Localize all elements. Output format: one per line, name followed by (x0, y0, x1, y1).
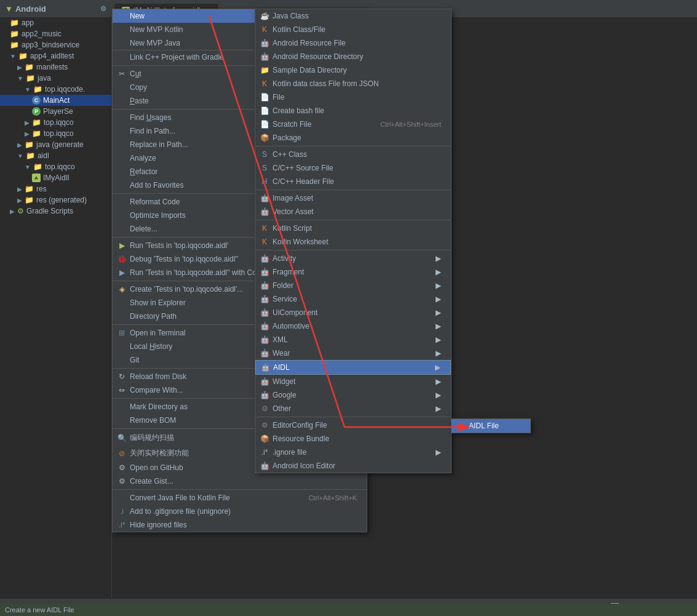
menu-item-activity[interactable]: 🤖 Activity ▶ (255, 252, 451, 265)
menu-item-resource-bundle[interactable]: 📦 Resource Bundle (255, 432, 451, 446)
menu-item-kotlin-data-class[interactable]: K Kotlin data class File from JSON (255, 77, 451, 90)
menu-item-google[interactable]: 🤖 Google ▶ (255, 388, 451, 402)
sidebar-item-res[interactable]: ▶ 📁 res (0, 183, 111, 194)
menu-item-bash-file[interactable]: 📄 Create bash file (255, 104, 451, 118)
menu-item-label: Kotlin Worksheet (273, 238, 441, 246)
shortcut-label: Ctrl+Alt+Shift+Insert (380, 121, 441, 128)
menu-item-aidl-file[interactable]: A AIDL File (452, 419, 530, 433)
menu-item-java-class[interactable]: ☕ Java Class (255, 9, 451, 23)
menu-item-kotlin-script[interactable]: K Kotlin Script (255, 222, 451, 235)
menu-item-aidl[interactable]: 🤖 AIDL ▶ (255, 360, 451, 375)
folder-icon: 📁 (25, 140, 34, 149)
menu-item-widget[interactable]: 🤖 Widget ▶ (255, 375, 451, 388)
menu-item-other[interactable]: ⚙ Other ▶ (255, 402, 451, 415)
sidebar-item-app2[interactable]: 📁 app2_music (0, 28, 111, 39)
sidebar-item-imyaidl[interactable]: A IMyAidlI (0, 172, 111, 183)
menu-item-label: UiComponent (273, 308, 431, 317)
menu-item-automotive[interactable]: 🤖 Automotive ▶ (255, 319, 451, 333)
menu-item-ui-component[interactable]: 🤖 UiComponent ▶ (255, 306, 451, 319)
sidebar-item-res-gen[interactable]: ▶ 📁 res (generated) (0, 194, 111, 206)
menu-item-android-icon-editor[interactable]: 🤖 Android Icon Editor (255, 459, 451, 473)
widget-icon: 🤖 (259, 377, 270, 386)
menu-item-add-gitignore[interactable]: .i Add to .gitignore file (unignore) (113, 505, 367, 518)
menu-item-hide-ignored[interactable]: .i* Hide ignored files (113, 518, 367, 532)
menu-item-file[interactable]: 📄 File (255, 90, 451, 104)
menu-item-kotlin-worksheet[interactable]: K Kotlin Worksheet (255, 235, 451, 249)
reload-icon: ↻ (116, 372, 127, 381)
sidebar-item-top2[interactable]: ▶ 📁 top.iqqco (0, 117, 111, 128)
aidl-icon: 🤖 (260, 363, 271, 372)
sidebar-settings-icon[interactable]: ⚙ (100, 5, 106, 13)
sidebar-item-top3[interactable]: ▶ 📁 top.iqqco (0, 128, 111, 139)
expand-icon: ▶ (25, 119, 30, 126)
hide-icon: .i* (116, 521, 127, 529)
menu-item-cpp-source[interactable]: S C/C++ Source File (255, 161, 451, 175)
expand-icon: ▶ (17, 186, 22, 193)
sidebar-item-label: app4_aidltest (30, 52, 74, 60)
menu-item-android-res-file[interactable]: 🤖 Android Resource File (255, 36, 451, 50)
menu-item-label: Package (273, 134, 441, 142)
menu-item-cpp-header[interactable]: H C/C++ Header File (255, 175, 451, 188)
menu-item-create-gist[interactable]: ⚙ Create Gist... (113, 474, 367, 488)
sidebar-title: Android (15, 4, 46, 14)
sidebar-item-top1[interactable]: ▼ 📁 top.iqqcode. (0, 84, 111, 95)
sidebar-item-app3[interactable]: 📁 app3_bindservice (0, 39, 111, 50)
sidebar-item-java[interactable]: ▼ 📁 java (0, 73, 111, 84)
menu-item-label: Kotlin Class/File (273, 25, 441, 34)
folder-android-icon: 🤖 (259, 281, 270, 290)
menu-item-label: Other (273, 404, 431, 413)
menu-item-scratch-file[interactable]: 📄 Scratch File Ctrl+Alt+Shift+Insert (255, 118, 451, 131)
expand-icon: ▼ (10, 53, 16, 60)
menu-item-vector-asset[interactable]: 🤖 Vector Asset (255, 205, 451, 218)
sidebar-item-label: app3_bindservice (22, 41, 79, 49)
menu-item-android-res-dir[interactable]: 🤖 Android Resource Directory (255, 50, 451, 63)
sidebar-item-label: top.iqqco (45, 162, 75, 171)
sidebar-item-playerse[interactable]: P PlayerSe (0, 106, 111, 117)
cpp-icon: S (259, 150, 270, 159)
android-project-icon: ▼ (5, 4, 13, 14)
sidebar-item-aidl-top[interactable]: ▼ 📁 top.iqqco (0, 161, 111, 172)
scan-icon: 🔍 (116, 434, 127, 442)
menu-item-folder[interactable]: 🤖 Folder ▶ (255, 279, 451, 292)
submenu-new: ☕ Java Class K Kotlin Class/File 🤖 Andro… (255, 9, 452, 473)
sidebar-item-aidl[interactable]: ▼ 📁 aidl (0, 150, 111, 161)
status-text: Create a new AIDL File (5, 606, 74, 614)
menu-item-sample-data[interactable]: 📁 Sample Data Directory (255, 63, 451, 77)
sidebar-item-mainact[interactable]: C MainAct (0, 95, 111, 106)
class-p-icon: P (32, 107, 41, 116)
bash-icon: 📄 (259, 106, 270, 115)
sidebar-item-app[interactable]: 📁 app (0, 17, 111, 28)
java-icon: ☕ (259, 12, 270, 20)
sidebar-item-gradle[interactable]: ▶ ⚙ Gradle Scripts (0, 206, 111, 217)
menu-item-xml[interactable]: 🤖 XML ▶ (255, 333, 451, 346)
menu-item-wear[interactable]: 🤖 Wear ▶ (255, 346, 451, 360)
folder-icon: 📁 (18, 52, 28, 60)
menu-item-image-asset[interactable]: 🤖 Image Asset (255, 191, 451, 205)
coverage-icon: ▶ (116, 268, 127, 277)
menu-item-package[interactable]: 📦 Package (255, 131, 451, 145)
menu-item-label: EditorConfig File (273, 421, 441, 430)
sidebar-item-label: aidl (38, 151, 49, 160)
sidebar-item-manifests[interactable]: ▶ 📁 manifests (0, 62, 111, 73)
menu-item-label: C++ Class (273, 150, 441, 159)
sidebar-item-app4[interactable]: ▼ 📁 app4_aidltest (0, 50, 111, 62)
sidebar-item-java-gen[interactable]: ▶ 📁 java (generate (0, 139, 111, 150)
menu-item-label: Android Resource File (273, 39, 441, 47)
submenu-arrow-icon: ▶ (436, 254, 441, 263)
menu-item-service[interactable]: 🤖 Service ▶ (255, 292, 451, 306)
menu-item-label: XML (273, 335, 431, 344)
menu-item-label: Folder (273, 281, 431, 290)
menu-item-label: Service (273, 295, 431, 303)
submenu-arrow-icon: ▶ (436, 335, 441, 344)
folder-data-icon: 📁 (259, 66, 270, 74)
menu-item-fragment[interactable]: 🤖 Fragment ▶ (255, 265, 451, 279)
submenu-arrow-icon: ▶ (435, 363, 440, 372)
menu-item-ignore-file[interactable]: .i* .ignore file ▶ (255, 446, 451, 459)
close-realtime-icon: ⊘ (116, 449, 127, 458)
xml-icon: 🤖 (259, 335, 270, 344)
menu-item-convert-java[interactable]: Convert Java File to Kotlin File Ctrl+Al… (113, 491, 367, 505)
menu-item-cpp-class[interactable]: S C++ Class (255, 148, 451, 161)
vector-asset-icon: 🤖 (259, 207, 270, 216)
menu-item-editorconfig[interactable]: ⚙ EditorConfig File (255, 418, 451, 432)
menu-item-kotlin-class[interactable]: K Kotlin Class/File (255, 23, 451, 36)
